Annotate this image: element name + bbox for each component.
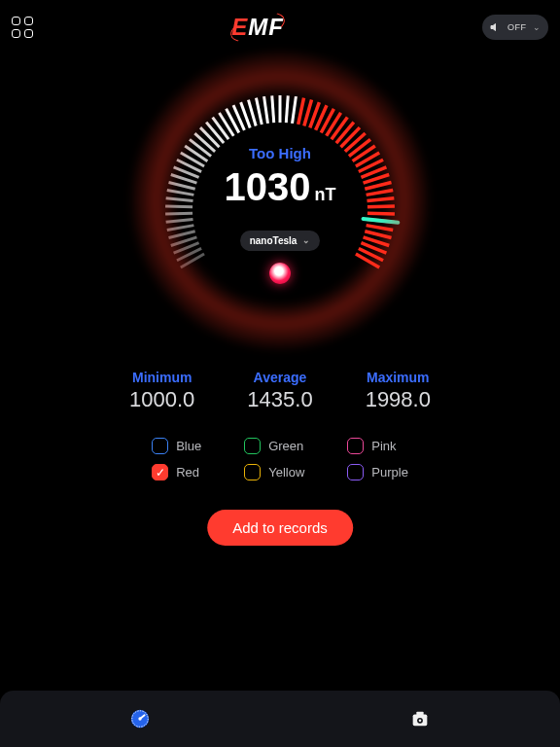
color-option-pink[interactable]: Pink — [347, 438, 408, 454]
svg-rect-68 — [416, 712, 423, 716]
color-option-yellow[interactable]: Yellow — [244, 464, 304, 480]
stats-row: Minimum 1000.0 Average 1435.0 Maximum 19… — [0, 370, 560, 412]
record-button[interactable] — [269, 263, 291, 284]
color-label: Blue — [176, 439, 201, 453]
sound-toggle[interactable]: OFF ⌄ — [482, 15, 548, 40]
color-label: Yellow — [268, 465, 304, 480]
reading-value: 1030 — [225, 165, 311, 209]
color-option-blue[interactable]: Blue — [152, 438, 201, 454]
color-option-red[interactable]: ✓ Red — [152, 464, 201, 480]
unit-selector-label: nanoTesla — [250, 235, 298, 246]
sound-label: OFF — [508, 22, 527, 32]
stat-max-label: Maximum — [366, 370, 431, 385]
svg-point-66 — [138, 717, 141, 720]
stat-min-label: Minimum — [129, 370, 194, 385]
status-label: Too High — [249, 145, 311, 161]
svg-marker-0 — [491, 24, 496, 31]
checkbox-icon — [244, 464, 261, 480]
checkbox-checked-icon: ✓ — [152, 464, 168, 480]
nav-records-icon[interactable] — [409, 708, 431, 729]
stat-maximum: Maximum 1998.0 — [366, 370, 431, 412]
chevron-down-icon: ⌄ — [533, 22, 542, 32]
gauge-container: Too High 1030 nT nanoTesla ⌄ — [0, 54, 560, 346]
color-option-purple[interactable]: Purple — [347, 464, 408, 480]
stat-average: Average 1435.0 — [247, 370, 312, 412]
nav-gauge-icon[interactable] — [129, 708, 151, 729]
color-option-green[interactable]: Green — [244, 438, 304, 454]
stat-avg-value: 1435.0 — [247, 387, 312, 412]
color-label: Pink — [371, 439, 396, 453]
checkbox-icon — [347, 438, 364, 454]
color-label: Purple — [371, 465, 408, 480]
svg-point-70 — [419, 720, 422, 723]
add-to-records-button[interactable]: Add to records — [207, 510, 353, 546]
checkbox-icon — [152, 438, 168, 454]
reading-unit: nT — [314, 185, 335, 208]
color-label: Red — [176, 465, 199, 480]
unit-selector[interactable]: nanoTesla ⌄ — [240, 231, 321, 251]
app-logo: EMF — [226, 14, 290, 41]
checkbox-icon — [347, 464, 364, 480]
checkbox-icon — [244, 438, 261, 454]
menu-grid-icon[interactable] — [12, 17, 33, 38]
reading-display: 1030 nT — [225, 165, 336, 209]
speaker-icon — [490, 21, 502, 33]
color-selection: Blue ✓ Red Green Yellow Pink Purple — [0, 438, 560, 480]
stat-min-value: 1000.0 — [129, 387, 194, 412]
stat-avg-label: Average — [247, 370, 312, 385]
stat-max-value: 1998.0 — [366, 387, 431, 412]
stat-minimum: Minimum 1000.0 — [129, 370, 194, 412]
chevron-down-icon: ⌄ — [302, 235, 310, 245]
bottom-nav — [0, 691, 560, 747]
top-bar: EMF OFF ⌄ — [0, 0, 560, 54]
color-label: Green — [268, 439, 303, 453]
